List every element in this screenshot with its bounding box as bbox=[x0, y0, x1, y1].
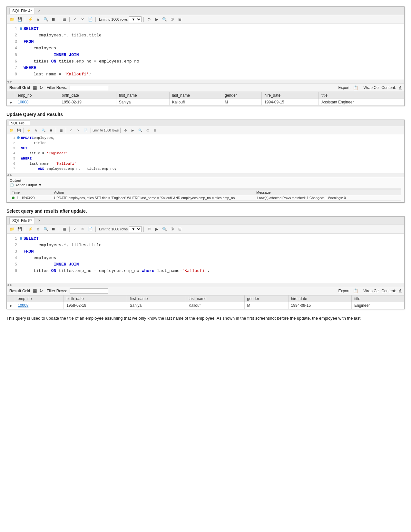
x-icon[interactable]: ✕ bbox=[79, 16, 86, 23]
col-title-1[interactable]: title bbox=[319, 92, 404, 99]
play2-icon-2[interactable]: ▶ bbox=[130, 127, 136, 133]
cursor-icon[interactable]: 🖱 bbox=[35, 16, 41, 23]
sql-line-1-2: 2 employees.*, titles.title bbox=[7, 32, 404, 39]
x-icon-2[interactable]: ✕ bbox=[75, 127, 82, 133]
x-icon-3[interactable]: ✕ bbox=[79, 226, 86, 232]
action-dropdown[interactable]: ▼ bbox=[38, 183, 42, 187]
check-icon-3[interactable]: ✓ bbox=[72, 226, 78, 232]
col-firstname-1[interactable]: first_name bbox=[116, 92, 169, 99]
col-hiredate-3[interactable]: hire_date bbox=[288, 295, 351, 302]
folder-icon[interactable]: 📁 bbox=[9, 16, 15, 23]
num-icon-3[interactable]: ① bbox=[169, 226, 175, 232]
cursor-icon-3[interactable]: 🖱 bbox=[35, 226, 41, 232]
col-lastname-3[interactable]: last_name bbox=[186, 295, 244, 302]
stop-icon-2[interactable]: ⏹ bbox=[48, 127, 54, 133]
refresh-icon-3[interactable]: ↻ bbox=[39, 288, 43, 293]
sql-toolbar-2: 📁 💾 ⚡ 🖱 🔍 ⏹ ▦ ✓ ✕ 📄 Limit to 1000 rows ⚙… bbox=[7, 126, 404, 134]
cell-empno-1-1[interactable]: 10008 bbox=[15, 99, 59, 106]
ln-2-3: 3 bbox=[8, 146, 15, 151]
scroll-bar-2[interactable]: ◀ ▶ bbox=[7, 173, 404, 177]
search-icon[interactable]: 🔍 bbox=[43, 16, 49, 23]
doc-icon-2[interactable]: 📄 bbox=[83, 127, 89, 133]
sql-window-2: SQL File... 📁 💾 ⚡ 🖱 🔍 ⏹ ▦ ✓ ✕ 📄 Limit to… bbox=[6, 120, 405, 203]
folder-icon-2[interactable]: 📁 bbox=[8, 127, 15, 133]
check-icon[interactable]: ✓ bbox=[72, 16, 78, 23]
col-lastname-1[interactable]: last_name bbox=[169, 92, 222, 99]
col-gender-1[interactable]: gender bbox=[222, 92, 262, 99]
sql-tab-3[interactable]: SQL File 5* bbox=[9, 218, 35, 224]
folder-icon-3[interactable]: 📁 bbox=[9, 226, 15, 232]
sql-line-3-4: 4 employees bbox=[7, 255, 404, 261]
stop-icon-3[interactable]: ⏹ bbox=[50, 226, 57, 232]
toolbar-sep-5 bbox=[143, 17, 144, 22]
export-icon-3[interactable]: 📋 bbox=[353, 288, 358, 293]
result-grid-label-1[interactable]: Result Grid bbox=[9, 85, 30, 90]
stop-icon[interactable]: ⏹ bbox=[50, 16, 57, 23]
result-grid-label-3[interactable]: Result Grid bbox=[9, 289, 30, 293]
col-birthdate-3[interactable]: birth_date bbox=[64, 295, 127, 302]
refresh-icon-1[interactable]: ↻ bbox=[39, 85, 43, 90]
search2-icon[interactable]: 🔍 bbox=[161, 16, 168, 23]
kw-where-2: WHERE bbox=[21, 156, 32, 161]
col-birthdate-1[interactable]: birth_date bbox=[59, 92, 116, 99]
save-icon[interactable]: 💾 bbox=[16, 16, 23, 23]
cell-empno-3-1[interactable]: 10008 bbox=[15, 302, 64, 309]
check-icon-2[interactable]: ✓ bbox=[68, 127, 74, 133]
settings-icon-2[interactable]: ⚙ bbox=[122, 127, 129, 133]
scroll-bar-3[interactable]: ◀ ▶ bbox=[7, 283, 404, 287]
save-icon-2[interactable]: 💾 bbox=[15, 127, 22, 133]
col-title-3[interactable]: title bbox=[352, 295, 404, 302]
grid-icon-2[interactable]: ▦ bbox=[58, 127, 64, 133]
section2-heading: Update Query and Results bbox=[6, 112, 405, 117]
play2-icon-3[interactable]: ▶ bbox=[153, 226, 160, 232]
col-empno-3[interactable]: emp_no bbox=[15, 295, 64, 302]
collapse-icon-3[interactable]: ⊟ bbox=[177, 226, 183, 232]
limit-label-1: Limit to 1000 rows bbox=[99, 17, 128, 21]
cursor-icon-2[interactable]: 🖱 bbox=[33, 127, 39, 133]
execute-icon[interactable]: ⚡ bbox=[27, 16, 34, 23]
result-grid-icon-1[interactable]: ▦ bbox=[33, 85, 37, 90]
exec-icon-2[interactable]: ⚡ bbox=[25, 127, 32, 133]
settings-icon[interactable]: ⚙ bbox=[146, 16, 152, 23]
col-empno-1[interactable]: emp_no bbox=[15, 92, 59, 99]
filter-input-3[interactable] bbox=[70, 288, 108, 294]
num-icon[interactable]: ① bbox=[169, 16, 175, 23]
srch-icon-3[interactable]: 🔍 bbox=[43, 226, 49, 232]
num-icon-2[interactable]: ① bbox=[144, 127, 151, 133]
col-hiredate-1[interactable]: hire_date bbox=[262, 92, 319, 99]
collapse-icon[interactable]: ⊟ bbox=[177, 16, 183, 23]
sql-tab-2[interactable]: SQL File... bbox=[9, 121, 30, 125]
settings-icon-3[interactable]: ⚙ bbox=[146, 226, 152, 232]
doc-icon-3[interactable]: 📄 bbox=[87, 226, 93, 232]
scroll-bar-1[interactable]: ◀ ▶ bbox=[7, 80, 404, 83]
srch-icon-2[interactable]: 🔍 bbox=[40, 127, 47, 133]
col-firstname-3[interactable]: first_name bbox=[127, 295, 186, 302]
code-1-2: employees.*, titles.title bbox=[24, 32, 102, 39]
play2-icon[interactable]: ▶ bbox=[153, 16, 160, 23]
save-icon-3[interactable]: 💾 bbox=[16, 226, 23, 232]
history-icon[interactable]: 🕐 bbox=[10, 183, 14, 187]
export-icon-1[interactable]: 📋 bbox=[353, 85, 358, 90]
sql-line-2-2: 2 titles bbox=[7, 141, 404, 146]
close-icon-3[interactable]: ✕ bbox=[38, 219, 41, 222]
limit-label-3: Limit to 1000 rows bbox=[99, 227, 128, 231]
wrap-icon-1[interactable]: A bbox=[399, 85, 402, 90]
limit-dropdown-1[interactable]: ▼ bbox=[129, 16, 142, 22]
search2-icon-3[interactable]: 🔍 bbox=[161, 226, 168, 232]
filter-input-1[interactable] bbox=[70, 85, 108, 90]
row-indicator-header-1 bbox=[7, 92, 15, 99]
q-icon-2[interactable]: 🔍 bbox=[137, 127, 143, 133]
col-gender-3[interactable]: gender bbox=[244, 295, 288, 302]
exec-icon-3[interactable]: ⚡ bbox=[27, 226, 34, 232]
grid-icon[interactable]: ▦ bbox=[61, 16, 67, 23]
result-grid-icon-3[interactable]: ▦ bbox=[33, 288, 37, 293]
limit-dropdown-3[interactable]: ▼ bbox=[129, 226, 142, 232]
sql-tab-1[interactable]: SQL File 4* bbox=[9, 8, 35, 14]
close-icon-1[interactable]: ✕ bbox=[38, 9, 41, 13]
collapse-icon-2[interactable]: ⊟ bbox=[152, 127, 158, 133]
doc-icon[interactable]: 📄 bbox=[87, 16, 93, 23]
grid-icon-3[interactable]: ▦ bbox=[61, 226, 67, 232]
sql-line-3-6: 6 titles ON titles.emp_no = employees.em… bbox=[7, 268, 404, 274]
cell-lastname-3-1: Kalloufi bbox=[186, 302, 244, 309]
wrap-icon-3[interactable]: A bbox=[399, 288, 402, 293]
